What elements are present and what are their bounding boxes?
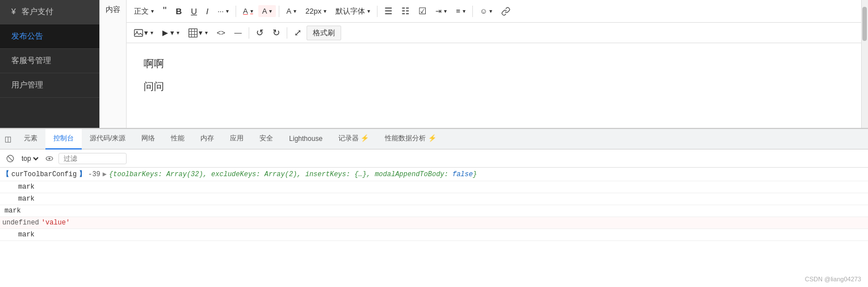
svg-point-10 bbox=[48, 157, 51, 160]
font-color-btn[interactable]: A bbox=[239, 5, 257, 17]
divider-5 bbox=[249, 27, 249, 39]
devtools-panel: ◫ 元素 控制台 源代码/来源 网络 性能 内存 应用 bbox=[0, 128, 868, 287]
tab-console[interactable]: 控制台 bbox=[45, 129, 82, 149]
format-brush-btn[interactable]: 格式刷 bbox=[307, 26, 341, 40]
table-btn[interactable]: ▾ bbox=[184, 27, 212, 39]
console-line-4: mark bbox=[0, 205, 868, 217]
console-num-1: -39 bbox=[88, 170, 100, 178]
console-output: 【 curToolbarConfig 】 -39 ▶ {toolbarKeys:… bbox=[0, 168, 868, 287]
tab-memory[interactable]: 内存 bbox=[192, 129, 222, 149]
ordered-list-btn[interactable]: ☷ bbox=[397, 4, 413, 18]
editor-scrollbar[interactable] bbox=[861, 0, 868, 128]
toolbar-row-1: 正文 " B U I ··· A A A 22px 默认字体 bbox=[127, 0, 861, 23]
bg-color-btn[interactable]: A bbox=[258, 5, 276, 17]
scroll-thumb[interactable] bbox=[862, 7, 867, 41]
editor-content[interactable]: 啊啊 问问 bbox=[127, 43, 861, 128]
divider-2 bbox=[279, 6, 279, 17]
tab-performance[interactable]: 性能 bbox=[163, 129, 192, 149]
console-eye-btn[interactable] bbox=[44, 153, 55, 164]
bold-btn[interactable]: B bbox=[171, 5, 186, 18]
fullscreen-btn[interactable]: ⤢ bbox=[290, 26, 305, 40]
divider-3 bbox=[377, 6, 378, 17]
indent-btn[interactable]: ⇥ bbox=[431, 5, 451, 17]
unordered-list-btn[interactable]: ☰ bbox=[380, 4, 396, 18]
console-key-1: curToolbarConfig bbox=[11, 170, 77, 178]
toolbar-section: 正文 " B U I ··· A A A 22px 默认字体 bbox=[127, 0, 861, 128]
tab-application[interactable]: 应用 bbox=[222, 129, 251, 149]
console-line-6: mark bbox=[0, 229, 868, 241]
editor-line-1: 啊啊 bbox=[144, 55, 844, 73]
console-line-2: mark bbox=[0, 181, 868, 193]
console-suffix-1: 】 bbox=[79, 169, 86, 179]
svg-rect-2 bbox=[188, 28, 197, 37]
sidebar-item-payment[interactable]: ¥ 客户支付 bbox=[0, 0, 99, 24]
devtools-tab-bar: ◫ 元素 控制台 源代码/来源 网络 性能 内存 应用 bbox=[0, 129, 868, 149]
table-icon bbox=[188, 28, 198, 38]
svg-rect-0 bbox=[135, 30, 143, 36]
devtools-inspect-btn[interactable]: ◫ bbox=[2, 134, 14, 145]
underline-btn[interactable]: U bbox=[187, 5, 201, 18]
tab-recorder[interactable]: 记录器 ⚡ bbox=[330, 129, 377, 149]
undo-btn[interactable]: ↺ bbox=[252, 26, 267, 40]
clear-icon bbox=[6, 155, 14, 163]
tab-perf-insights[interactable]: 性能数据分析 ⚡ bbox=[377, 129, 444, 149]
font-size-btn[interactable]: A bbox=[282, 5, 300, 17]
tab-lighthouse[interactable]: Lighthouse bbox=[281, 129, 330, 149]
sidebar: ¥ 客户支付 发布公告 客服号管理 用户管理 bbox=[0, 0, 99, 128]
console-expand-1[interactable]: ▶ bbox=[103, 170, 107, 178]
video-btn[interactable]: ▶ ▾ bbox=[158, 27, 183, 39]
eye-icon bbox=[45, 155, 53, 163]
tab-elements[interactable]: 元素 bbox=[16, 129, 45, 149]
credit-text: CSDN @liang04273 bbox=[805, 276, 861, 282]
sidebar-item-announcement[interactable]: 发布公告 bbox=[0, 24, 99, 49]
image-icon bbox=[134, 29, 143, 37]
emoji-btn[interactable]: ☺ bbox=[476, 5, 496, 17]
more-btn[interactable]: ··· bbox=[213, 5, 233, 17]
console-obj-1: {toolbarKeys: Array(32), excludeKeys: Ar… bbox=[109, 170, 477, 178]
editor-area: 内容 正文 " B U I ··· A A bbox=[99, 0, 868, 128]
image-btn[interactable]: ▾ bbox=[130, 27, 157, 39]
quote-btn[interactable]: " bbox=[159, 3, 170, 19]
console-filter-input[interactable] bbox=[58, 153, 127, 164]
hr-btn[interactable]: ― bbox=[230, 27, 246, 39]
toolbar-row-2: ▾ ▶ ▾ ▾ <> ― ↺ ↻ ⤢ 格式刷 bbox=[127, 23, 861, 43]
align-btn[interactable]: ≡ bbox=[452, 5, 469, 17]
console-clear-btn[interactable] bbox=[5, 153, 16, 164]
console-line-5: undefined 'value' bbox=[0, 217, 868, 229]
content-label: 内容 bbox=[100, 0, 127, 128]
sidebar-item-customer-service[interactable]: 客服号管理 bbox=[0, 49, 99, 73]
console-line-3: mark bbox=[0, 193, 868, 205]
link-icon bbox=[501, 7, 510, 16]
italic-btn[interactable]: I bbox=[202, 5, 212, 18]
code-btn[interactable]: <> bbox=[213, 27, 229, 39]
tab-security[interactable]: 安全 bbox=[251, 129, 281, 149]
divider-6 bbox=[287, 27, 287, 39]
checklist-btn[interactable]: ☑ bbox=[414, 4, 430, 18]
link-btn[interactable] bbox=[497, 5, 514, 18]
devtools-left-icons: ◫ bbox=[0, 134, 16, 145]
context-selector[interactable]: top bbox=[19, 154, 40, 163]
svg-line-8 bbox=[8, 156, 12, 160]
font-family-btn[interactable]: 22px bbox=[301, 5, 330, 17]
sidebar-item-user-management[interactable]: 用户管理 bbox=[0, 73, 99, 98]
line-height-btn[interactable]: 默认字体 bbox=[332, 5, 374, 18]
divider-4 bbox=[472, 6, 473, 17]
console-line-1: 【 curToolbarConfig 】 -39 ▶ {toolbarKeys:… bbox=[0, 168, 868, 181]
tab-network[interactable]: 网络 bbox=[133, 129, 163, 149]
console-prompt-1: 【 bbox=[2, 169, 9, 179]
editor-line-2: 问问 bbox=[144, 77, 844, 95]
redo-btn[interactable]: ↻ bbox=[269, 26, 284, 40]
tab-sources[interactable]: 源代码/来源 bbox=[82, 129, 133, 149]
divider-1 bbox=[236, 6, 236, 17]
devtools-console-toolbar: top bbox=[0, 149, 868, 168]
format-select-btn[interactable]: 正文 bbox=[130, 5, 158, 18]
payment-icon: ¥ bbox=[11, 7, 16, 16]
